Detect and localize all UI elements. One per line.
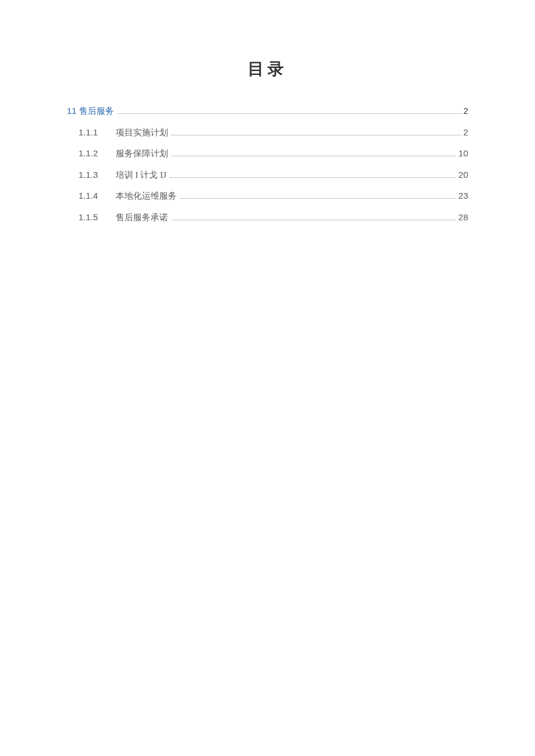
toc-number: 1.1.2	[79, 147, 116, 160]
toc-entry[interactable]: 1.1.1 项目实施计划 2	[79, 126, 468, 139]
toc-label: 本地化运维服务	[116, 189, 177, 203]
toc-leader-dots	[172, 135, 461, 135]
toc-chapter-label: 11 售后服务	[67, 105, 114, 118]
toc-number: 1.1.3	[79, 169, 116, 182]
page-title: 目录	[67, 58, 468, 80]
toc-leader-dots	[172, 220, 456, 220]
toc-label: 服务保障计划	[116, 147, 168, 160]
toc-leader-dots	[117, 113, 461, 114]
toc-page-number: 10	[458, 147, 468, 160]
toc-page-number: 23	[458, 189, 468, 203]
toc-number: 1.1.4	[79, 189, 116, 203]
toc-label: 售后服务承诺	[116, 211, 168, 224]
toc-page-number: 2	[463, 126, 468, 139]
toc-page-number: 2	[463, 105, 468, 118]
toc-entry[interactable]: 1.1.5 售后服务承诺 28	[79, 211, 468, 224]
toc-entry[interactable]: 1.1.4 本地化运维服务 23	[79, 189, 468, 203]
toc-page-number: 20	[458, 169, 468, 182]
toc-page-number: 28	[458, 211, 468, 224]
toc-leader-dots	[170, 177, 456, 178]
toc-number: 1.1.5	[79, 211, 116, 224]
toc-entry[interactable]: 1.1.2 服务保障计划 10	[79, 147, 468, 160]
toc-label: 培训 I 计戈 IJ	[116, 169, 166, 182]
toc-label: 项目实施计划	[116, 126, 168, 139]
toc-leader-dots	[180, 198, 456, 199]
toc-leader-dots	[172, 156, 456, 156]
toc-entry-chapter[interactable]: 11 售后服务 2	[67, 105, 468, 118]
toc-entry[interactable]: 1.1.3 培训 I 计戈 IJ 20	[79, 169, 468, 182]
toc-number: 1.1.1	[79, 126, 116, 139]
